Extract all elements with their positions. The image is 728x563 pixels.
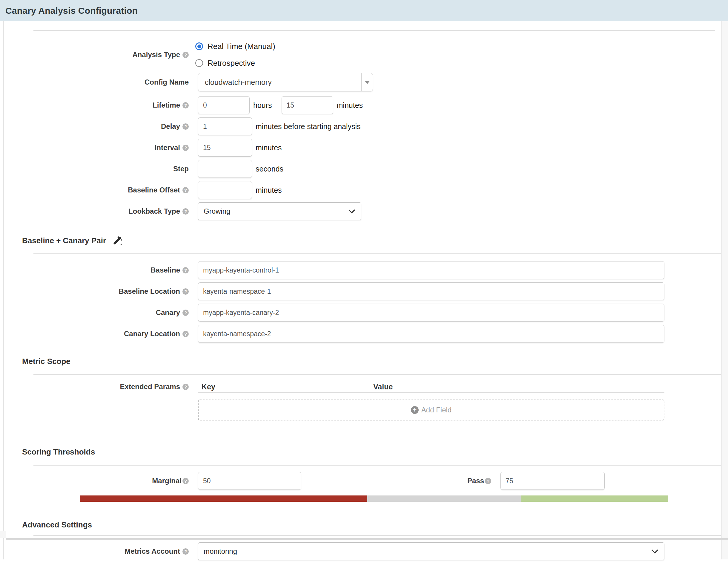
threshold-bar-marginal-segment [367,496,521,502]
help-icon[interactable] [182,289,189,295]
help-icon[interactable] [182,208,189,214]
lookback-type-value: Growing [204,207,348,215]
add-field-label: Add Field [421,406,451,414]
help-icon[interactable] [182,123,189,130]
analysis-type-options: Real Time (Manual) Retrospective [195,38,275,71]
pass-input[interactable] [500,472,605,490]
marginal-label: Marginal [4,477,189,485]
section-divider [33,465,721,466]
baseline-label: Baseline [4,266,189,274]
metric-scope-header: Metric Scope [22,356,728,367]
delay-row: Delay minutes before starting analysis [4,117,728,135]
minutes-unit: minutes [337,101,363,110]
step-label: Step [4,165,189,173]
baseline-location-input[interactable] [198,283,664,300]
lifetime-minutes-input[interactable] [282,96,333,114]
delay-unit: minutes before starting analysis [256,122,361,131]
scoring-thresholds-header: Scoring Thresholds [22,447,728,457]
lookback-type-select[interactable]: Growing [198,202,361,220]
help-icon[interactable] [182,52,189,58]
value-column-header: Value [373,383,393,391]
metrics-account-label: Metrics Account [4,547,189,556]
section-divider [33,30,715,31]
config-panel: Analysis Type Real Time (Manual) Retrosp… [3,21,728,559]
help-icon[interactable] [182,267,189,273]
config-name-combobox[interactable]: cloudwatch-memory [198,73,373,91]
radio-icon-selected[interactable] [195,42,203,50]
help-icon[interactable] [182,384,189,390]
interval-label: Interval [4,143,189,152]
magic-wand-icon[interactable] [112,235,122,245]
metrics-account-select[interactable]: monitoring [198,542,664,560]
delay-input[interactable] [198,117,252,135]
canary-row: Canary [4,304,728,322]
table-header-underline [198,392,664,393]
delay-label: Delay [4,122,189,131]
lifetime-label: Lifetime [4,101,189,109]
extended-params-headers: Key Value [198,381,664,392]
canary-location-row: Canary Location [4,325,728,343]
key-column-header: Key [202,383,373,391]
help-icon[interactable] [182,187,189,193]
baseline-input[interactable] [198,261,664,279]
radio-option-realtime[interactable]: Real Time (Manual) [195,38,275,55]
section-divider [33,374,721,375]
help-icon[interactable] [182,478,189,484]
radio-icon-unselected[interactable] [195,59,203,67]
vertical-scrollbar-track[interactable] [721,21,728,559]
interval-unit: minutes [256,143,282,152]
config-name-value[interactable]: cloudwatch-memory [198,73,362,91]
caret-down-icon [365,81,370,84]
extended-params-label: Extended Params [4,381,189,392]
baseline-offset-row: Baseline Offset minutes [4,181,728,199]
extended-params-table: Key Value Add Field [198,381,664,421]
thresholds-row: Marginal Pass [4,472,728,490]
add-field-button[interactable]: Add Field [198,400,664,421]
lifetime-hours-input[interactable] [198,96,250,114]
canary-location-input[interactable] [198,325,664,343]
interval-input[interactable] [198,139,252,156]
page-header: Canary Analysis Configuration [0,0,728,21]
plus-circle-icon [411,406,419,414]
hours-unit: hours [253,101,272,110]
threshold-bar-pass-segment [521,496,668,502]
help-icon[interactable] [182,145,189,151]
baseline-offset-input[interactable] [198,181,252,199]
help-icon[interactable] [182,548,189,555]
section-divider [33,253,721,254]
help-icon[interactable] [485,478,491,484]
config-name-label: Config Name [4,78,189,86]
radio-option-retrospective[interactable]: Retrospective [195,55,255,71]
step-input[interactable] [198,160,252,178]
metrics-account-value: monitoring [204,547,651,556]
canary-input[interactable] [198,304,664,322]
lookback-type-label: Lookback Type [4,207,189,215]
lifetime-row: Lifetime hours minutes [4,96,728,114]
help-icon[interactable] [182,310,189,316]
step-unit: seconds [256,165,283,173]
help-icon[interactable] [182,331,189,337]
canary-location-label: Canary Location [4,330,189,338]
pair-section-header: Baseline + Canary Pair [22,235,728,246]
page-title: Canary Analysis Configuration [5,6,138,16]
chevron-down-icon [348,208,356,214]
baseline-location-label: Baseline Location [4,287,189,296]
lookback-type-row: Lookback Type Growing [4,202,728,220]
marginal-input[interactable] [198,472,301,490]
chevron-down-icon [651,549,659,554]
radio-label[interactable]: Real Time (Manual) [208,42,275,51]
score-threshold-bar [80,496,668,502]
config-name-row: Config Name cloudwatch-memory [4,73,728,91]
baseline-location-row: Baseline Location [4,283,728,300]
radio-label[interactable]: Retrospective [208,59,255,68]
horizontal-scrollbar-track[interactable] [6,538,728,540]
baseline-row: Baseline [4,261,728,279]
combobox-arrow[interactable] [362,73,373,91]
interval-row: Interval minutes [4,139,728,156]
pass-label: Pass [301,477,491,485]
advanced-settings-header: Advanced Settings [22,519,728,530]
section-divider [33,535,721,536]
step-row: Step seconds [4,160,728,178]
baseline-offset-unit: minutes [256,186,282,194]
help-icon[interactable] [182,102,189,108]
